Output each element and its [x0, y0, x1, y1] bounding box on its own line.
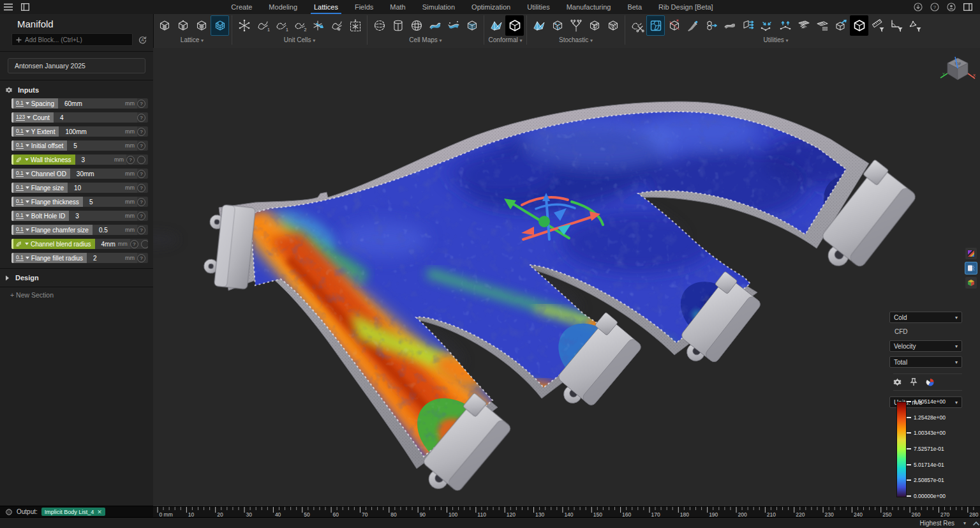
graph-unit-cell-icon[interactable] [235, 15, 253, 36]
help-icon[interactable]: ? [137, 142, 145, 150]
help-icon[interactable]: ? [130, 240, 138, 248]
toolbar-group-label[interactable]: Utilities ▾ [763, 36, 788, 43]
voronoi-volume-icon[interactable] [585, 15, 604, 36]
help-icon[interactable]: ? [137, 184, 145, 192]
design-section-header[interactable]: Design [0, 268, 153, 287]
input-label-chip[interactable]: 0.1Y Extent [13, 126, 59, 137]
filter-connectivity-icon[interactable] [905, 15, 924, 36]
toolbar-group-label[interactable]: Stochastic ▾ [559, 36, 593, 43]
view-cube[interactable]: X Y TOP [939, 51, 976, 88]
split-cells-icon[interactable] [702, 15, 720, 36]
input-value[interactable]: 4mm [95, 239, 115, 249]
voronoi-map-icon[interactable] [646, 15, 665, 36]
input-value[interactable]: 5 [67, 140, 122, 151]
menu-tab-create[interactable]: Create [223, 0, 260, 14]
input-value[interactable]: 10 [68, 183, 122, 193]
frame-cube-icon[interactable] [850, 15, 868, 36]
cell-map-cylinder-icon[interactable] [389, 15, 407, 36]
cut-cell-icon[interactable] [665, 15, 683, 36]
lattice-cell-cylinder-icon[interactable] [155, 15, 174, 36]
help-icon[interactable]: ? [137, 100, 145, 108]
conformal-surface-lattice-icon[interactable] [487, 15, 505, 36]
input-row-spacing[interactable]: 0.1Spacing60mmmm? [11, 98, 148, 109]
display-settings-gear-icon[interactable] [893, 378, 902, 386]
lattice-panel-fill-icon[interactable] [813, 15, 831, 36]
input-value[interactable]: 3 [75, 155, 112, 165]
input-value[interactable]: 3 [69, 211, 122, 221]
collapse-chevron-icon[interactable] [972, 521, 980, 526]
help-icon[interactable]: ? [137, 226, 145, 234]
input-row-flange-chamfer-size[interactable]: 0.1Flange chamfer size0.5mm? [11, 225, 148, 235]
input-label-chip[interactable]: 0.1Flange thickness [13, 197, 83, 207]
input-value[interactable]: 0.5 [93, 225, 122, 235]
auto-arrange-icon[interactable]: A [137, 34, 148, 45]
extend-lattice-icon[interactable] [739, 15, 757, 36]
airbrush-icon[interactable] [683, 15, 702, 36]
split-view-icon[interactable] [17, 0, 33, 14]
input-value[interactable]: 2 [87, 253, 122, 263]
thicken-surface-icon[interactable] [720, 15, 739, 36]
scenario-dropdown[interactable]: Cold▾ [889, 312, 962, 323]
menu-tab-rib-design-beta-[interactable]: Rib Design [Beta] [650, 0, 722, 14]
color-sphere-icon[interactable] [926, 378, 935, 386]
remove-output-icon[interactable]: ✕ [97, 509, 102, 515]
move-lattice-icon[interactable] [831, 15, 850, 36]
link-icon[interactable] [141, 240, 148, 248]
component-dropdown[interactable]: Total▾ [889, 356, 962, 368]
input-row-channel-blend-radius[interactable]: Channel blend radius4mmmm? [11, 239, 148, 249]
menu-tab-lattices[interactable]: Lattices [306, 0, 346, 14]
help-icon[interactable]: ? [137, 198, 145, 206]
section-view-button[interactable] [965, 262, 977, 274]
tpms-outline-2-icon[interactable]: 2 [290, 15, 309, 36]
menu-tab-optimization[interactable]: Optimization [463, 0, 519, 14]
input-row-count[interactable]: 123Count4? [11, 112, 148, 123]
field-dropdown[interactable]: Velocity▾ [889, 340, 962, 352]
input-value[interactable]: 60mm [58, 98, 122, 109]
voronoi-surface-icon[interactable] [530, 15, 548, 36]
help-icon[interactable]: ? [126, 156, 135, 164]
input-row-wall-thickness[interactable]: Wall thickness3mm? [11, 155, 148, 165]
input-row-flange-thickness[interactable]: 0.1Flange thickness5mm? [11, 197, 148, 207]
input-label-chip[interactable]: 0.1Flange fillet radius [13, 253, 87, 263]
menu-tab-math[interactable]: Math [382, 0, 413, 14]
input-label-chip[interactable]: 0.1Bolt Hole ID [13, 211, 69, 221]
input-label-chip[interactable]: 0.1Channel OD [13, 169, 70, 179]
input-row-flange-fillet-radius[interactable]: 0.1Flange fillet radius2mm? [11, 253, 148, 263]
input-label-chip[interactable]: 0.1Flange size [13, 183, 68, 193]
cell-map-sphere-icon[interactable] [407, 15, 426, 36]
output-body-badge[interactable]: Implicit Body List_4 ✕ [41, 508, 105, 516]
branching-lattice-icon[interactable] [567, 15, 585, 36]
help-icon[interactable]: ? [137, 114, 145, 122]
account-icon[interactable] [944, 0, 958, 14]
input-label-chip[interactable]: 0.1Initial offset [13, 140, 67, 151]
input-label-chip[interactable]: 0.1Spacing [13, 98, 58, 109]
input-label-chip[interactable]: 0.1Flange chamfer size [13, 225, 93, 235]
toolbar-group-label[interactable]: Lattice ▾ [181, 36, 204, 43]
input-label-chip[interactable]: 123Count [13, 112, 54, 123]
cell-map-dashed-sphere-icon[interactable] [370, 15, 389, 36]
snap-nodes-icon[interactable] [776, 15, 794, 36]
inputs-section-header[interactable]: Inputs [0, 80, 153, 98]
lattice-cell-sphere-icon[interactable] [192, 15, 211, 36]
panel-layout-icon[interactable] [961, 0, 975, 14]
input-row-y-extent[interactable]: 0.1Y Extent100mmmm? [11, 126, 148, 137]
menu-tab-modeling[interactable]: Modeling [260, 0, 306, 14]
toolbar-group-label[interactable]: Cell Maps ▾ [409, 36, 442, 43]
lattice-panel-icon[interactable] [794, 15, 813, 36]
lattice-cell-prism-icon[interactable] [174, 15, 192, 36]
help-icon[interactable]: ? [928, 0, 942, 14]
toolbar-group-label[interactable]: Conformal ▾ [489, 36, 523, 43]
pin-icon[interactable] [910, 378, 917, 386]
toolbar-group-label[interactable]: Unit Cells ▾ [284, 36, 316, 43]
cell-map-volume-icon[interactable] [444, 15, 463, 36]
filter-angle-icon[interactable] [887, 15, 905, 36]
input-row-channel-od[interactable]: 0.1Channel OD30mmmm? [11, 169, 148, 179]
resolution-dropdown[interactable]: Highest Res▾ [920, 520, 966, 527]
conformal-volume-lattice-icon[interactable] [505, 15, 524, 36]
help-icon[interactable]: ? [137, 128, 145, 136]
help-icon[interactable]: ? [137, 170, 145, 178]
cell-map-box-icon[interactable] [463, 15, 481, 36]
tpms-outline-1-icon[interactable]: 1 [272, 15, 290, 36]
lattice-fill-icon[interactable] [211, 15, 229, 36]
input-label-chip[interactable]: Wall thickness [13, 155, 75, 165]
